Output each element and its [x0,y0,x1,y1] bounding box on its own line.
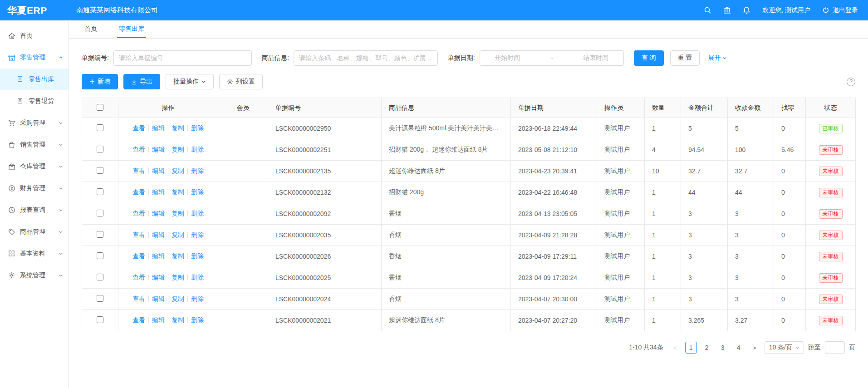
sidebar-item-label: 财务管理 [20,184,45,192]
doc-no-input[interactable] [113,50,252,66]
row-checkbox[interactable] [97,295,103,302]
tab-bar: 首页 零售出库 [69,20,868,39]
delete-link[interactable]: 删除 [191,252,204,260]
copy-link[interactable]: 复制 [172,231,184,238]
view-link[interactable]: 查看 [132,188,145,196]
bank-icon[interactable] [723,6,731,14]
product-info-input[interactable] [294,50,438,66]
row-checkbox[interactable] [97,274,103,280]
edit-link[interactable]: 编辑 [152,274,165,281]
edit-link[interactable]: 编辑 [152,124,165,132]
sidebar-item-home[interactable]: 首页 [0,25,69,47]
cell-total: 3 [681,267,728,289]
edit-link[interactable]: 编辑 [152,146,165,153]
sidebar-item-retail-management[interactable]: 零售管理 [0,47,69,69]
cell-operator: 测试用户 [597,310,645,331]
tab-home[interactable]: 首页 [83,20,99,38]
page-number-3[interactable]: 3 [717,342,729,354]
cell-change: 0 [774,118,806,139]
copy-link[interactable]: 复制 [172,210,184,217]
delete-link[interactable]: 删除 [191,316,204,324]
view-link[interactable]: 查看 [132,231,145,238]
add-button[interactable]: 新增 [82,74,118,89]
gear-icon [227,79,233,85]
delete-link[interactable]: 删除 [191,231,204,238]
page-number-1[interactable]: 1 [685,342,697,354]
row-checkbox[interactable] [97,316,103,323]
tab-retail-outbound[interactable]: 零售出库 [117,20,146,38]
copy-link[interactable]: 复制 [172,316,184,324]
edit-link[interactable]: 编辑 [152,231,165,238]
page-number-4[interactable]: 4 [733,342,745,354]
batch-operations-button[interactable]: 批量操作 [166,74,214,89]
copy-link[interactable]: 复制 [172,252,184,260]
main-area: 首页 零售出库 单据编号: 商品信息: 单据日期: [69,20,868,388]
sidebar-item-system-management[interactable]: 系统管理 [0,265,69,286]
sidebar-item-purchase-management[interactable]: 采购管理 [0,112,69,134]
delete-link[interactable]: 删除 [191,124,204,132]
copy-link[interactable]: 复制 [172,167,184,174]
view-link[interactable]: 查看 [132,124,145,132]
column-settings-button[interactable]: 列设置 [219,74,263,89]
edit-link[interactable]: 编辑 [152,167,165,174]
view-link[interactable]: 查看 [132,146,145,153]
cell-change: 0 [774,289,806,310]
row-checkbox[interactable] [97,210,103,216]
sidebar-item-finance-management[interactable]: 财务管理 [0,177,69,199]
search-icon[interactable] [704,6,711,14]
delete-link[interactable]: 删除 [191,274,204,281]
logout-button[interactable]: 退出登录 [822,6,858,15]
delete-link[interactable]: 删除 [191,167,204,174]
delete-link[interactable]: 删除 [191,210,204,217]
view-link[interactable]: 查看 [132,274,145,281]
delete-link[interactable]: 删除 [191,295,204,302]
page-number-2[interactable]: 2 [701,342,713,354]
cell-doc-no: LSCK00000002950 [268,118,382,139]
view-link[interactable]: 查看 [132,167,145,174]
page-size-select[interactable]: 10 条/页 [765,341,804,354]
edit-link[interactable]: 编辑 [152,188,165,196]
view-link[interactable]: 查看 [132,295,145,302]
view-link[interactable]: 查看 [132,210,145,217]
sidebar-item-retail-outbound[interactable]: 零售出库 [0,69,69,90]
help-icon[interactable]: ? [847,78,855,86]
edit-link[interactable]: 编辑 [152,210,165,217]
copy-link[interactable]: 复制 [172,274,184,281]
edit-link[interactable]: 编辑 [152,295,165,302]
copy-link[interactable]: 复制 [172,295,184,302]
sidebar-item-warehouse-management[interactable]: 仓库管理 [0,156,69,177]
sidebar-item-sales-management[interactable]: 销售管理 [0,134,69,156]
edit-link[interactable]: 编辑 [152,252,165,260]
cell-doc-no: LSCK00000002132 [268,182,382,203]
search-button[interactable]: 查 询 [634,50,664,66]
sidebar-item-report-query[interactable]: 报表查询 [0,199,69,221]
view-link[interactable]: 查看 [132,316,145,324]
copy-link[interactable]: 复制 [172,188,184,196]
view-link[interactable]: 查看 [132,252,145,260]
row-checkbox[interactable] [97,146,103,152]
next-page-button[interactable]: > [749,342,760,354]
row-checkbox[interactable] [97,231,103,238]
jump-page-input[interactable] [825,341,845,354]
expand-link[interactable]: 展开 [708,54,727,62]
row-checkbox[interactable] [97,188,103,195]
edit-link[interactable]: 编辑 [152,316,165,324]
date-range-picker[interactable]: 开始时间 ~ 结束时间 [480,50,624,66]
prev-page-button[interactable]: < [669,342,681,354]
copy-link[interactable]: 复制 [172,124,184,132]
jump-prefix-label: 跳至 [808,344,821,352]
row-checkbox[interactable] [97,167,103,174]
delete-link[interactable]: 删除 [191,146,204,153]
row-checkbox[interactable] [97,252,103,259]
row-checkbox[interactable] [97,124,103,131]
sidebar-item-retail-returns[interactable]: 零售退货 [0,90,69,112]
select-all-checkbox[interactable] [97,104,103,111]
reset-button[interactable]: 重 置 [670,50,700,66]
sidebar-item-label: 销售管理 [20,141,45,149]
export-button[interactable]: 导出 [123,74,160,89]
bell-icon[interactable] [743,6,750,14]
delete-link[interactable]: 删除 [191,188,204,196]
sidebar-item-goods-management[interactable]: 商品管理 [0,221,69,243]
sidebar-item-basic-data[interactable]: 基本资料 [0,243,69,265]
copy-link[interactable]: 复制 [172,146,184,153]
